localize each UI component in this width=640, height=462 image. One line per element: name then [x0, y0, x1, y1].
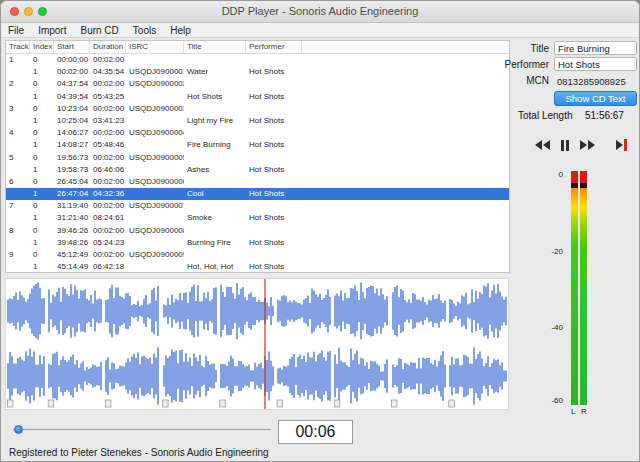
skip-to-end-button[interactable]	[615, 138, 628, 152]
slider-thumb[interactable]	[14, 425, 23, 434]
cell-performer: Hot Shots	[246, 188, 302, 200]
cell-isrc	[126, 212, 184, 224]
cell-title	[184, 54, 246, 66]
cell-title	[184, 78, 246, 90]
zoom-slider[interactable]	[13, 424, 271, 435]
table-row[interactable]: 1 45:14:49 06:42:18 Hot, Hot, Hot Hot Sh…	[6, 261, 509, 273]
cell-start: 45:12:49	[54, 249, 90, 261]
table-row[interactable]: 1 26:47:04 04:32:36 Cool Hot Shots	[6, 188, 509, 200]
col-header-track[interactable]: Track	[6, 41, 30, 53]
col-header-index[interactable]: Index	[30, 41, 54, 53]
cell-isrc: USQDJ0900004	[126, 127, 184, 139]
table-row[interactable]: 1 39:48:26 05:24:23 Burning Fire Hot Sho…	[6, 237, 509, 249]
cell-track: 3	[6, 103, 30, 115]
cell-duration: 00:02:00	[90, 152, 126, 164]
cell-index: 1	[30, 237, 54, 249]
transport-controls	[534, 138, 628, 152]
cell-spacer	[302, 91, 509, 103]
cell-track	[6, 139, 30, 151]
cell-duration: 06:42:18	[90, 261, 126, 273]
table-row[interactable]: 1 0 00:00:00 00:02:00	[6, 54, 509, 66]
fast-forward-button[interactable]	[579, 139, 596, 151]
waveform-display[interactable]	[5, 278, 509, 410]
cell-index: 1	[30, 212, 54, 224]
status-bar: Registered to Pieter Stenekes - Sonoris …	[9, 447, 269, 458]
cell-duration: 05:48:46	[90, 139, 126, 151]
table-row[interactable]: 1 00:02:00 04:35:54 USQDJ0900001 Water H…	[6, 66, 509, 78]
cell-title: Water	[184, 66, 246, 78]
cell-title	[184, 249, 246, 261]
table-row[interactable]: 1 19:58:73 06:46:06 Ashes Hot Shots	[6, 164, 509, 176]
mcn-label: MCN	[489, 75, 549, 86]
cell-title	[184, 152, 246, 164]
meter-scale-20: -20	[541, 247, 563, 256]
col-header-isrc[interactable]: ISRC	[126, 41, 184, 53]
col-header-title[interactable]: Title	[184, 41, 246, 53]
table-row[interactable]: 3 0 10:23:04 00:02:00 USQDJ0900003	[6, 103, 509, 115]
col-header-performer[interactable]: Performer	[246, 41, 302, 53]
cell-performer	[246, 103, 302, 115]
cell-duration: 05:24:23	[90, 237, 126, 249]
cell-start: 14:06:27	[54, 127, 90, 139]
cell-isrc: USQDJ0900006	[126, 176, 184, 188]
table-row[interactable]: 7 0 31:19:40 00:02:00 USQDJ0900007	[6, 200, 509, 212]
cell-track: 9	[6, 249, 30, 261]
cell-performer: Hot Shots	[246, 91, 302, 103]
cell-start: 14:08:27	[54, 139, 90, 151]
table-row[interactable]: 6 0 26:45:04 00:02:00 USQDJ0900006	[6, 176, 509, 188]
cell-start: 31:19:40	[54, 200, 90, 212]
meter-clip-led	[580, 171, 587, 183]
track-marker-icon	[220, 400, 226, 407]
menu-item-tools[interactable]: Tools	[133, 25, 156, 36]
cell-start: 26:45:04	[54, 176, 90, 188]
cell-spacer	[302, 200, 509, 212]
cell-index: 0	[30, 127, 54, 139]
cell-start: 19:56:73	[54, 152, 90, 164]
meter-scale-60: -60	[541, 396, 563, 405]
cell-spacer	[302, 115, 509, 127]
cell-index: 1	[30, 115, 54, 127]
cell-index: 0	[30, 54, 54, 66]
cell-isrc	[126, 164, 184, 176]
slider-track[interactable]	[13, 429, 271, 430]
table-row[interactable]: 8 0 39:46:26 00:02:00 USQDJ0900008	[6, 225, 509, 237]
cell-duration: 05:43:25	[90, 91, 126, 103]
meter-clip-led	[571, 171, 578, 183]
menu-item-import[interactable]: Import	[38, 25, 66, 36]
table-row[interactable]: 1 14:08:27 05:48:46 Fire Burning Hot Sho…	[6, 139, 509, 151]
table-row[interactable]: 1 31:21:40 08:24:61 Smoke Hot Shots	[6, 212, 509, 224]
col-header-duration[interactable]: Duration	[90, 41, 126, 53]
performer-field[interactable]	[554, 57, 637, 71]
cell-track: 2	[6, 78, 30, 90]
col-header-start[interactable]: Start	[54, 41, 90, 53]
pause-button[interactable]	[560, 139, 570, 152]
cell-index: 1	[30, 164, 54, 176]
menu-item-burn-cd[interactable]: Burn CD	[80, 25, 118, 36]
menu-item-file[interactable]: File	[8, 25, 24, 36]
cell-spacer	[302, 212, 509, 224]
table-row[interactable]: 1 10:25:04 03:41:23 Light my Fire Hot Sh…	[6, 115, 509, 127]
table-row[interactable]: 9 0 45:12:49 00:02:00 USQDJ0900009	[6, 249, 509, 261]
performer-field-label: Performer	[489, 59, 549, 70]
cell-isrc: USQDJ0900009	[126, 249, 184, 261]
cell-duration: 00:02:00	[90, 176, 126, 188]
table-row[interactable]: 1 04:39:54 05:43:25 Hot Shots Hot Shots	[6, 91, 509, 103]
title-field[interactable]	[554, 41, 637, 55]
cell-performer: Hot Shots	[246, 237, 302, 249]
table-row[interactable]: 4 0 14:06:27 00:02:00 USQDJ0900004	[6, 127, 509, 139]
cell-performer	[246, 200, 302, 212]
cell-spacer	[302, 78, 509, 90]
cell-index: 0	[30, 176, 54, 188]
show-cd-text-button[interactable]: Show CD Text	[554, 91, 637, 106]
cell-title	[184, 176, 246, 188]
rewind-button[interactable]	[534, 139, 551, 151]
cell-duration: 00:02:00	[90, 200, 126, 212]
menu-item-help[interactable]: Help	[170, 25, 191, 36]
cell-isrc: USQDJ0900002	[126, 78, 184, 90]
waveform-lane-left	[8, 282, 506, 339]
track-table: Track Index Start Duration ISRC Title Pe…	[5, 40, 510, 273]
cell-index: 0	[30, 152, 54, 164]
table-row[interactable]: 2 0 04:37:54 00:02:00 USQDJ0900002	[6, 78, 509, 90]
table-row[interactable]: 5 0 19:56:73 00:02:00 USQDJ0900005	[6, 152, 509, 164]
meter-level	[580, 188, 587, 405]
